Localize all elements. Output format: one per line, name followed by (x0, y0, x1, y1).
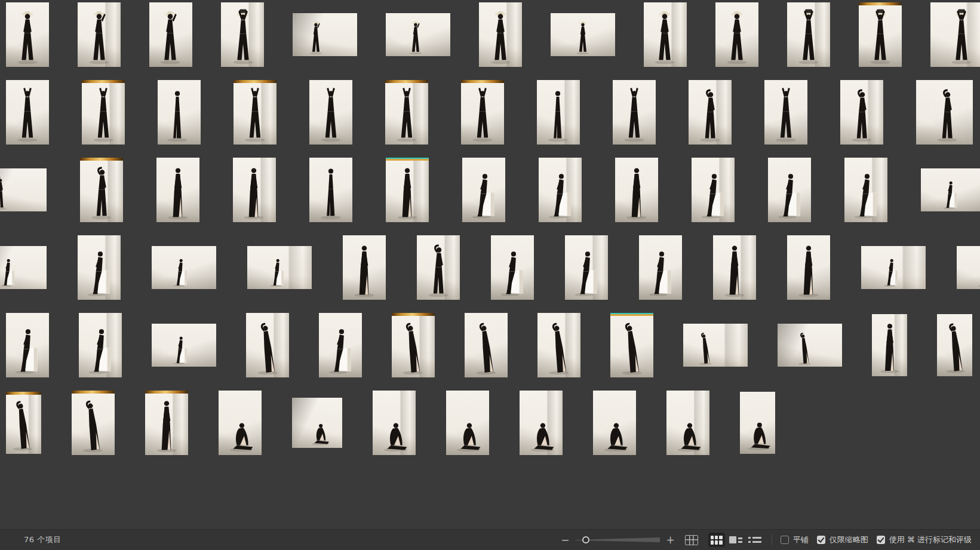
photo-thumbnail[interactable] (461, 80, 504, 145)
photo-thumbnail[interactable] (343, 235, 386, 300)
photo-thumbnail[interactable] (916, 80, 973, 145)
photo-thumbnail[interactable] (319, 313, 362, 377)
photo-thumbnail[interactable] (158, 80, 201, 145)
use-cmd-rating-checkbox[interactable] (877, 536, 885, 544)
photo-thumbnail[interactable] (872, 314, 907, 376)
photo-thumbnail[interactable] (551, 13, 615, 56)
table-view-button[interactable] (683, 533, 700, 547)
photo-thumbnail[interactable] (309, 80, 352, 145)
photo-thumbnail[interactable] (465, 313, 508, 377)
slider-thumb[interactable] (582, 536, 589, 543)
photo-thumbnail[interactable] (221, 2, 264, 67)
photo-thumbnail[interactable] (6, 392, 41, 454)
photo-thumbnail[interactable] (145, 391, 188, 455)
model-figure-dress (347, 241, 382, 299)
model-figure-sit (82, 241, 116, 299)
model-figure-hatstand (647, 8, 681, 66)
photo-thumbnail[interactable] (930, 2, 980, 67)
photo-thumbnail[interactable] (82, 80, 125, 145)
model-figure-dress (161, 164, 195, 222)
photo-thumbnail[interactable] (593, 391, 636, 455)
photo-thumbnail[interactable] (520, 391, 563, 455)
photo-thumbnail[interactable] (768, 158, 811, 222)
photo-thumbnail[interactable] (0, 168, 47, 211)
photo-thumbnail[interactable] (787, 235, 830, 300)
thumbnail-row (0, 235, 980, 300)
photo-thumbnail[interactable] (309, 158, 352, 222)
photo-thumbnail[interactable] (539, 158, 582, 222)
photo-thumbnail[interactable] (462, 158, 505, 222)
photo-thumbnail[interactable] (537, 80, 580, 145)
photo-thumbnail[interactable] (713, 235, 756, 300)
photo-thumbnail[interactable] (644, 2, 687, 67)
photo-thumbnail[interactable] (639, 235, 682, 300)
model-figure-armsup (769, 86, 803, 144)
photo-thumbnail[interactable] (233, 158, 276, 222)
photo-thumbnail[interactable] (491, 235, 534, 300)
tile-checkbox[interactable] (781, 536, 789, 544)
photo-thumbnail[interactable] (921, 168, 980, 211)
photo-thumbnail[interactable] (6, 313, 49, 377)
model-figure-lean (469, 319, 503, 377)
photo-thumbnail[interactable] (373, 391, 416, 455)
photo-thumbnail[interactable] (537, 313, 580, 377)
photo-thumbnail[interactable] (79, 313, 122, 377)
photo-thumbnail[interactable] (859, 2, 902, 67)
photo-thumbnail[interactable] (565, 235, 608, 300)
photo-thumbnail[interactable] (957, 246, 980, 289)
photo-thumbnail[interactable] (149, 2, 192, 67)
photo-thumbnail[interactable] (689, 80, 732, 145)
photo-thumbnail[interactable] (692, 158, 735, 222)
photo-thumbnail[interactable] (740, 392, 775, 454)
photo-thumbnail[interactable] (613, 80, 656, 145)
photo-thumbnail[interactable] (683, 324, 748, 367)
photo-thumbnail[interactable] (234, 80, 277, 145)
photo-thumbnail[interactable] (152, 246, 216, 289)
photo-thumbnail[interactable] (6, 2, 49, 67)
photo-thumbnail[interactable] (386, 13, 450, 56)
thumbnails-only-checkbox-group: 仅限缩略图 (817, 534, 868, 545)
photo-thumbnail[interactable] (417, 235, 460, 300)
thumbnail-list-view-button[interactable] (727, 533, 744, 547)
photo-thumbnail[interactable] (80, 158, 123, 222)
list-view-button[interactable] (746, 533, 763, 547)
photo-thumbnail[interactable] (152, 324, 216, 367)
photo-thumbnail[interactable] (764, 80, 807, 145)
photo-thumbnail[interactable] (78, 235, 121, 300)
thumbnails-only-checkbox[interactable] (817, 536, 825, 544)
grid-view-button[interactable] (708, 533, 725, 547)
photo-thumbnail[interactable] (840, 80, 883, 145)
photo-thumbnail[interactable] (844, 158, 887, 222)
photo-thumbnail[interactable] (385, 80, 428, 145)
photo-thumbnail[interactable] (615, 158, 658, 222)
photo-thumbnail[interactable] (392, 313, 435, 377)
photo-thumbnail[interactable] (219, 391, 262, 455)
model-figure-armbent (84, 164, 119, 222)
model-figure-sit (323, 319, 358, 377)
film-burn-stripe-gold (80, 158, 123, 161)
model-figure-hatstand (10, 8, 45, 66)
photo-thumbnail[interactable] (0, 246, 47, 289)
photo-thumbnail[interactable] (787, 2, 830, 67)
photo-thumbnail[interactable] (6, 80, 49, 145)
photo-thumbnail[interactable] (156, 158, 199, 222)
photo-thumbnail[interactable] (72, 391, 115, 455)
photo-thumbnail[interactable] (479, 2, 522, 67)
model-figure-lean (615, 319, 649, 377)
photo-thumbnail[interactable] (778, 324, 842, 367)
photo-thumbnail[interactable] (78, 2, 121, 67)
photo-thumbnail[interactable] (937, 314, 972, 376)
photo-thumbnail[interactable] (666, 391, 709, 455)
photo-thumbnail[interactable] (861, 246, 926, 289)
photo-thumbnail[interactable] (610, 313, 653, 377)
photo-thumbnail[interactable] (292, 398, 342, 448)
zoom-in-icon[interactable]: + (666, 535, 674, 545)
photo-thumbnail[interactable] (293, 13, 357, 56)
photo-thumbnail[interactable] (247, 246, 312, 289)
zoom-out-icon[interactable]: − (561, 535, 569, 545)
photo-thumbnail[interactable] (446, 391, 489, 455)
photo-thumbnail[interactable] (715, 2, 758, 67)
thumbnail-size-slider[interactable] (575, 536, 660, 544)
photo-thumbnail[interactable] (246, 313, 289, 377)
photo-thumbnail[interactable] (386, 158, 429, 222)
